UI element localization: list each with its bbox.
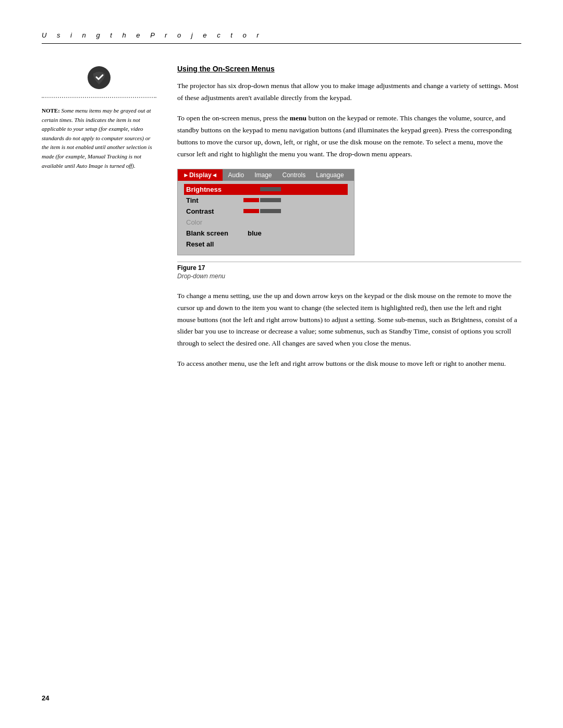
contrast-label: Contrast	[186, 207, 243, 215]
tint-label: Tint	[186, 196, 243, 204]
menu-row-tint: Tint	[186, 195, 346, 206]
left-sidebar: NOTE: Some menu items may be grayed out …	[42, 65, 156, 378]
slider-filled-tint	[243, 198, 259, 202]
main-content: Using the On-Screen Menus The projector …	[177, 65, 521, 378]
note-body: Some menu items may be grayed out at cer…	[42, 107, 152, 169]
menu-tabs-bar: ►Display◄ Audio Image Controls Language …	[178, 169, 354, 181]
slider-empty-contrast	[260, 209, 281, 213]
menu-tab-controls: Controls	[277, 169, 311, 181]
brightness-slider	[243, 187, 281, 191]
sidebar-icon-area	[42, 65, 156, 91]
reset-all-label: Reset all	[186, 240, 243, 248]
blank-screen-value: blue	[248, 229, 262, 237]
menu-row-reset-all: Reset all	[186, 239, 346, 250]
blank-screen-label: Blank screen	[186, 229, 243, 237]
paragraph-1: The projector has six drop-down menus th…	[177, 80, 521, 104]
menu-icon	[86, 65, 112, 91]
page: U s i n g t h e P r o j e c t o r NOTE: …	[0, 0, 563, 728]
para2-bold: menu	[290, 114, 307, 122]
para2-start: To open the on-screen menus, press the	[177, 114, 290, 122]
brightness-label: Brightness	[186, 186, 243, 193]
page-number: 24	[42, 694, 49, 702]
section-title: Using the On-Screen Menus	[177, 65, 521, 73]
menu-row-contrast: Contrast	[186, 206, 346, 217]
page-header: U s i n g t h e P r o j e c t o r	[42, 31, 521, 44]
menu-screenshot: ►Display◄ Audio Image Controls Language …	[177, 169, 354, 255]
color-label: Color	[186, 218, 243, 226]
slider-filled-contrast	[243, 209, 259, 213]
menu-row-color: Color	[186, 217, 346, 228]
menu-tab-image: Image	[249, 169, 277, 181]
slider-empty	[260, 187, 281, 191]
tint-slider	[243, 198, 281, 202]
dotted-divider	[42, 97, 156, 98]
figure-label: Figure 17	[177, 262, 521, 272]
content-area: NOTE: Some menu items may be grayed out …	[42, 65, 521, 378]
note-text: NOTE: Some menu items may be grayed out …	[42, 106, 156, 170]
figure-caption: Drop-down menu	[177, 273, 521, 280]
figure-section: Figure 17 Drop-down menu	[177, 262, 521, 280]
menu-tab-status: Status	[349, 169, 377, 181]
paragraph-4: To access another menu, use the left and…	[177, 358, 521, 370]
contrast-slider	[243, 209, 281, 213]
menu-row-brightness: Brightness	[184, 184, 348, 195]
menu-tab-display: ►Display◄	[178, 169, 223, 181]
note-bold: NOTE:	[42, 107, 60, 114]
paragraph-3: To change a menu setting, use the up and…	[177, 290, 521, 350]
slider-filled	[243, 187, 259, 191]
menu-body: Brightness Tint Co	[178, 181, 354, 255]
menu-tab-language: Language	[311, 169, 349, 181]
paragraph-2: To open the on-screen menus, press the m…	[177, 113, 521, 161]
menu-row-blank-screen: Blank screen blue	[186, 228, 346, 239]
slider-empty-tint	[260, 198, 281, 202]
header-title: U s i n g t h e P r o j e c t o r	[42, 31, 263, 39]
menu-tab-audio: Audio	[223, 169, 249, 181]
